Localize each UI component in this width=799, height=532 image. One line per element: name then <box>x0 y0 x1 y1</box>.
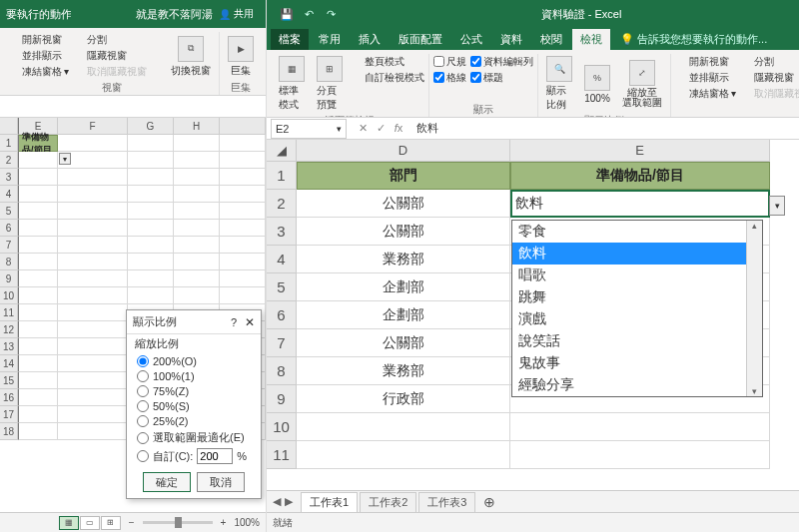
col-E[interactable]: E <box>510 140 770 162</box>
cell[interactable]: 企劃部 <box>297 301 510 329</box>
row-9[interactable]: 9 <box>267 385 297 413</box>
enter-fx-icon[interactable]: ✓ <box>373 122 389 135</box>
zoom-plus-icon[interactable]: + <box>221 517 227 528</box>
row-7[interactable]: 7 <box>267 329 297 357</box>
page-layout[interactable]: 整頁模式 <box>351 54 424 69</box>
dropdown-item[interactable]: 說笑話 <box>512 330 746 352</box>
undo-icon[interactable]: ↶ <box>301 6 317 22</box>
custom-zoom-input[interactable] <box>197 448 233 464</box>
dropdown-item[interactable]: 零食 <box>512 221 746 243</box>
hide-window[interactable]: 隱藏視窗 <box>73 48 147 63</box>
col-H[interactable]: H <box>174 118 220 135</box>
fx-icon[interactable]: fx <box>391 122 406 135</box>
row-1[interactable]: 1 <box>267 162 297 190</box>
dropdown-arrow-icon[interactable]: ▾ <box>59 153 71 165</box>
cell[interactable]: 業務部 <box>297 246 510 273</box>
zoom-to-sel[interactable]: ⤢縮放至 選取範圍 <box>618 54 666 114</box>
icon[interactable] <box>151 65 163 75</box>
switch-window[interactable]: ⧉切換視窗 <box>167 32 215 81</box>
zoom-slider[interactable] <box>143 521 213 524</box>
dropdown-item[interactable]: 演戲 <box>512 308 746 330</box>
chk-ruler[interactable]: 尺規 <box>433 54 466 69</box>
select-all[interactable]: ◢ <box>267 140 297 162</box>
new-window2[interactable]: 開新視窗 <box>675 54 736 69</box>
redo-icon[interactable]: ↷ <box>323 6 339 22</box>
tell-me[interactable]: 💡 告訴我您想要執行的動作... <box>612 29 775 50</box>
tab-home[interactable]: 常用 <box>311 29 349 50</box>
cell[interactable]: 企劃部 <box>297 273 510 301</box>
freeze2[interactable]: 凍結窗格 ▾ <box>675 86 736 101</box>
header-E[interactable]: 準備物品/節目 <box>510 162 770 190</box>
tab-review[interactable]: 校閱 <box>532 29 570 50</box>
cell[interactable] <box>297 441 510 469</box>
row-5[interactable]: 5 <box>267 273 297 301</box>
zoom-100[interactable]: %100% <box>580 54 614 114</box>
tab-view[interactable]: 檢視 <box>572 29 610 50</box>
help-icon[interactable]: ? <box>231 316 237 328</box>
tab-layout[interactable]: 版面配置 <box>391 29 450 50</box>
dropdown-item[interactable]: 唱歌 <box>512 265 746 286</box>
cell[interactable] <box>297 413 510 441</box>
zoom-minus-icon[interactable]: − <box>129 517 135 528</box>
cell[interactable]: 公關部 <box>297 329 510 357</box>
cell[interactable]: 公關部 <box>297 218 510 246</box>
cell[interactable] <box>510 413 770 441</box>
chk-headings[interactable]: 標題 <box>470 70 533 85</box>
row-2[interactable]: 2 <box>267 190 297 218</box>
col-D[interactable]: D <box>297 140 510 162</box>
right-sheet[interactable]: ◢ D E 1 部門 準備物品/節目 2公關部飲料▾3公關部4業務部5企劃部6企… <box>267 140 799 490</box>
unhide-window[interactable]: 取消隱藏視窗 <box>73 64 147 79</box>
tab-prev-icon[interactable]: ◀ <box>273 495 281 508</box>
close-icon[interactable]: ✕ <box>245 315 255 329</box>
sheet-tab-2[interactable]: 工作表2 <box>360 492 416 512</box>
normal-view[interactable]: ▦標準模式 <box>275 54 309 114</box>
chevron-down-icon[interactable]: ▾ <box>337 124 342 134</box>
opt-custom[interactable]: 自訂(C):% <box>137 448 251 464</box>
cancel-button[interactable]: 取消 <box>197 472 245 492</box>
cell[interactable] <box>510 441 770 469</box>
icon[interactable] <box>151 52 163 62</box>
opt-50[interactable]: 50%(S) <box>137 400 251 412</box>
save-icon[interactable]: 💾 <box>279 6 295 22</box>
pagebreak-view[interactable]: ⊞分頁預覽 <box>313 54 347 114</box>
cell[interactable]: 業務部 <box>297 357 510 385</box>
zoom-pct[interactable]: 100% <box>234 517 260 528</box>
view-buttons[interactable]: ▦▭⊞ <box>59 516 121 530</box>
split2[interactable]: 分割 <box>740 54 799 69</box>
tab-data[interactable]: 資料 <box>492 29 530 50</box>
tab-file[interactable]: 檔案 <box>271 29 309 50</box>
freeze-panes[interactable]: 凍結窗格 ▾ <box>8 64 69 79</box>
tab-formulas[interactable]: 公式 <box>452 29 490 50</box>
share-button[interactable]: 👤 共用 <box>213 7 260 21</box>
left-sheet[interactable]: E F G H 1 準備物品/節目 2 ▾ 345678910111213141… <box>0 118 266 512</box>
row-3[interactable]: 3 <box>267 218 297 246</box>
tab-insert[interactable]: 插入 <box>351 29 389 50</box>
cell[interactable]: 公關部 <box>297 190 510 218</box>
sheet-tab-1[interactable]: 工作表1 <box>301 492 358 512</box>
col-G[interactable]: G <box>128 118 174 135</box>
name-box[interactable]: E2▾ <box>271 119 347 139</box>
row-10[interactable]: 10 <box>267 413 297 441</box>
row-4[interactable]: 4 <box>267 246 297 273</box>
cell[interactable]: 飲料▾ <box>510 190 770 218</box>
opt-200[interactable]: 200%(O) <box>137 355 251 367</box>
arrange-all[interactable]: 並排顯示 <box>8 48 69 63</box>
tab-next-icon[interactable]: ▶ <box>285 495 293 508</box>
dropdown-item[interactable]: 跳舞 <box>512 286 746 308</box>
header-cell[interactable]: 準備物品/節目 <box>18 135 58 152</box>
custom-view[interactable]: 自訂檢視模式 <box>351 70 424 85</box>
formula-value[interactable]: 飲料 <box>410 121 799 136</box>
row-6[interactable]: 6 <box>267 301 297 329</box>
cancel-fx-icon[interactable]: ✕ <box>355 122 371 135</box>
icon[interactable] <box>151 39 163 49</box>
dropdown-item[interactable]: 鬼故事 <box>512 352 746 374</box>
scrollbar[interactable]: ▴▾ <box>746 221 762 396</box>
row-1[interactable]: 1 <box>0 135 18 152</box>
split[interactable]: 分割 <box>73 32 147 47</box>
sheet-tab-3[interactable]: 工作表3 <box>418 492 475 512</box>
zoom-button[interactable]: 🔍顯示比例 <box>542 54 576 114</box>
select-all[interactable] <box>0 118 18 135</box>
new-window[interactable]: 開新視窗 <box>8 32 69 47</box>
header-D[interactable]: 部門 <box>297 162 510 190</box>
opt-fit[interactable]: 選取範圍最適化(E) <box>137 430 251 445</box>
